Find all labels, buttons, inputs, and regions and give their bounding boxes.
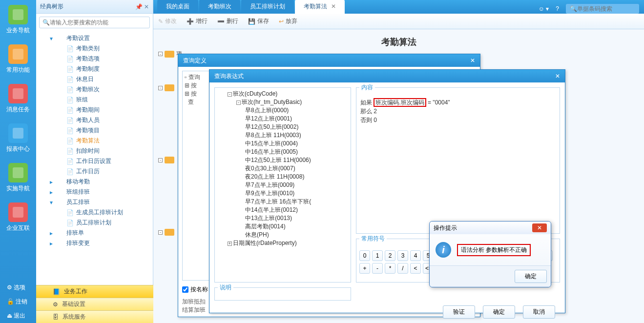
field-node[interactable]: 中14点半上班(0012) [219, 206, 347, 214]
tab[interactable]: 考勤算法✕ [295, 0, 345, 14]
dock-item[interactable]: 企业互联 [0, 198, 36, 237]
toolbar-button[interactable]: ➖删行 [217, 17, 238, 25]
symbol-button[interactable]: 0 [359, 250, 370, 261]
field-node[interactable]: 中16点半上班(0005) [219, 148, 347, 156]
symbol-button[interactable]: + [359, 263, 370, 274]
tree-node[interactable]: ▸移动考勤 [36, 177, 153, 187]
dock-item[interactable]: 业务导航 [0, 0, 36, 40]
tree-node[interactable]: 📄考勤类别 [36, 43, 153, 54]
tab[interactable]: 我的桌面 [157, 0, 198, 14]
dock-item[interactable]: 常用功能 [0, 40, 36, 79]
field-node[interactable]: 早7点半上班(0009) [219, 181, 347, 189]
msgbox-ok-button[interactable]: 确定 [515, 270, 547, 283]
close-icon[interactable]: ✕ [331, 3, 336, 10]
tree-node[interactable]: 📄考勤人员 [36, 115, 153, 125]
tree-item[interactable]: ⊞ 按 [185, 81, 209, 90]
field-node[interactable]: 早8点上班(0000) [219, 106, 347, 115]
field-node[interactable]: 早12点上班(0001) [219, 115, 347, 123]
msgbox-header[interactable]: 操作提示 ✕ [430, 222, 551, 234]
expand-icon[interactable]: - [158, 52, 163, 56]
field-node[interactable]: +日期属性(rDateProperty) [219, 239, 347, 247]
tree-item[interactable]: ⊞ 按 [185, 90, 209, 98]
tab[interactable]: 员工排班计划 [241, 0, 294, 14]
field-node[interactable]: 早7点半上班 16点半下班( [219, 198, 347, 206]
tree-node[interactable]: 📄考勤项目 [36, 125, 153, 136]
tree-node[interactable]: ▸排班变更 [36, 238, 153, 248]
dialog-title-bar[interactable]: 查询定义 ✕ [178, 54, 480, 67]
top-search-input[interactable] [577, 5, 631, 12]
symbol-button[interactable]: < [410, 263, 421, 274]
field-node[interactable]: 中12点50上班 11H(0006) [219, 156, 347, 164]
tree-item[interactable]: 查 [185, 98, 209, 106]
expand-icon[interactable]: - [158, 86, 163, 90]
cancel-button[interactable]: 取消 [523, 305, 555, 319]
by-name-checkbox[interactable] [182, 286, 188, 293]
symbol-button[interactable]: 1 [372, 250, 383, 261]
tree-node[interactable]: 📄考勤算法 [36, 136, 153, 146]
close-icon[interactable]: ✕ [470, 57, 475, 64]
close-icon[interactable]: ✕ [532, 223, 547, 232]
tree-node[interactable]: 📄考勤班次 [36, 84, 153, 95]
tab[interactable]: 考勤班次 [199, 0, 240, 14]
tree-node[interactable]: ▾员工排班 [36, 197, 153, 207]
expand-icon[interactable]: - [158, 158, 163, 162]
tree-node[interactable]: 📄班组 [36, 95, 153, 105]
tree-node[interactable]: ▾考勤设置 [36, 33, 153, 43]
dock-item[interactable]: 实施导航 [0, 158, 36, 198]
symbol-button[interactable]: 3 [397, 250, 408, 261]
toolbar-button[interactable]: ➕增行 [187, 17, 208, 25]
field-node[interactable]: 早9点半上班(0010) [219, 189, 347, 198]
category-tab[interactable]: 📘业务工作 [36, 285, 153, 298]
field-node[interactable]: 中15点半上班(0004) [219, 140, 347, 148]
tree-item[interactable]: ▫ 查询 [185, 73, 209, 81]
tree-node[interactable]: 📄休息日 [36, 74, 153, 84]
dialog-title-bar[interactable]: 查询表达式 ✕ [209, 70, 565, 82]
symbol-button[interactable]: - [372, 263, 383, 274]
category-tab[interactable]: ⚙基础设置 [36, 298, 153, 310]
symbol-button[interactable]: 4 [410, 250, 421, 261]
tree-node[interactable]: 📄工作日历 [36, 166, 153, 177]
tree-node[interactable]: ▸班组排班 [36, 187, 153, 197]
tree-node[interactable]: 📄生成员工排班计划 [36, 207, 153, 218]
expression-text[interactable]: 如果 班次编码.班次编码 = "0004" 那么 2 否则 0 [356, 96, 560, 239]
tree-node[interactable]: 📄扣除时间 [36, 146, 153, 156]
field-node[interactable]: 夜0点30上班(0007) [219, 164, 347, 173]
smile-icon[interactable]: ☺ ▾ [539, 5, 549, 12]
tree-node[interactable]: ▸排班单 [36, 228, 153, 238]
toolbar-button[interactable]: 💾保存 [248, 17, 269, 25]
ok-button[interactable]: 确定 [483, 305, 515, 319]
top-search[interactable]: 🔍 [566, 4, 639, 14]
pin-icon[interactable]: 📌 ✕ [135, 3, 149, 10]
field-node[interactable]: -班次(cDutyCode) [219, 90, 347, 98]
tree-node[interactable]: 📄考勤制度 [36, 64, 153, 74]
toolbar-button[interactable]: ↩放弃 [279, 17, 297, 25]
toolbar-button[interactable]: ✎修改 [158, 17, 177, 25]
search-input[interactable] [50, 19, 146, 26]
symbol-button[interactable]: / [397, 263, 408, 274]
category-tab[interactable]: 🗄系统服务 [36, 310, 153, 323]
field-node[interactable]: 早8点上班 11H(0003) [219, 131, 347, 140]
verify-button[interactable]: 验证 [443, 305, 475, 319]
help-icon[interactable]: ? [556, 5, 559, 12]
field-node[interactable]: 高层考勤(0014) [219, 222, 347, 231]
dock-item[interactable]: 消息任务 [0, 79, 36, 119]
field-node[interactable]: 早12点50上班(0002) [219, 123, 347, 131]
dock-bottom-item[interactable]: 🔓 注销 [0, 295, 36, 309]
field-node[interactable]: 中13点上班(0013) [219, 214, 347, 222]
symbol-button[interactable]: * [385, 263, 395, 274]
dock-bottom-item[interactable]: ⏏ 退出 [0, 309, 36, 323]
desc-text[interactable] [215, 296, 351, 305]
search-box[interactable]: 🔍 [39, 17, 150, 28]
dock-bottom-item[interactable]: ⚙ 选项 [0, 281, 36, 295]
close-icon[interactable]: ✕ [555, 73, 560, 80]
tree-node[interactable]: 📄员工排班计划 [36, 218, 153, 228]
tree-node[interactable]: 📄工作日历设置 [36, 156, 153, 166]
dock-item[interactable]: 报表中心 [0, 119, 36, 158]
field-node[interactable]: 夜20点上班 11H(0008) [219, 173, 347, 181]
field-node[interactable]: -班次(hr_tm_DutyBasic) [219, 98, 347, 106]
expand-icon[interactable]: - [158, 230, 163, 235]
field-node[interactable]: 休息(PH) [219, 231, 347, 239]
tree-node[interactable]: 📄考勤期间 [36, 105, 153, 115]
symbol-button[interactable]: 2 [385, 250, 395, 261]
tree-node[interactable]: 📄考勤选项 [36, 54, 153, 64]
